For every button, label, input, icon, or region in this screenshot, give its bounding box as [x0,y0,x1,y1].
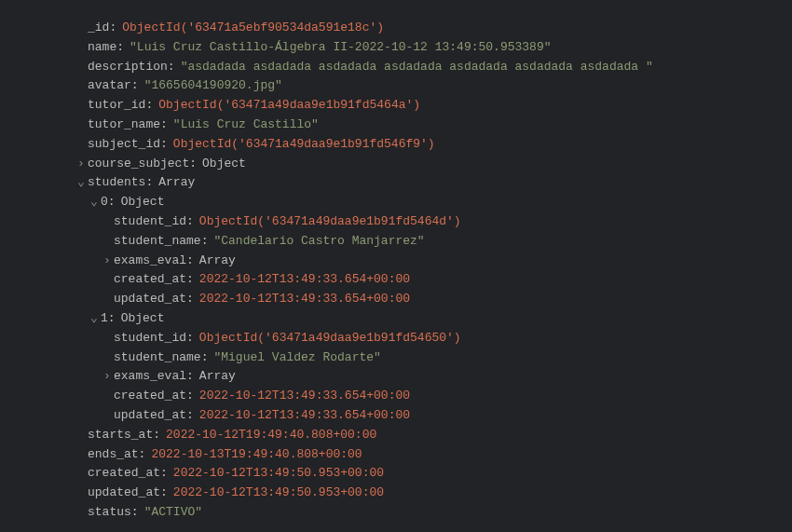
key-student-1-exams: exams_eval [114,367,199,387]
chevron-right-icon[interactable]: › [101,367,114,387]
chevron-down-icon[interactable]: ⌄ [75,173,88,193]
value-avatar: "1665604190920.jpg" [144,76,282,96]
field-student-0-id: student_id ObjectId('63471a49daa9e1b91fd… [56,212,792,232]
value-student-0-created: 2022-10-12T13:49:33.654+00:00 [199,270,410,290]
field-starts-at: starts_at 2022-10-12T19:49:40.808+00:00 [56,426,792,445]
value-id: ObjectId('63471a5ebf90534da591e18c') [122,19,384,38]
field-subject-id: subject_id ObjectId('63471a49daa9e1b91fd… [56,135,792,155]
key-id: _id [88,19,122,38]
key-student-0-created: created_at [114,270,199,290]
field-updated-at: updated_at 2022-10-12T13:49:50.953+00:00 [56,484,792,503]
value-status: "ACTIVO" [144,503,202,523]
field-name: name "Luis Cruz Castillo-Álgebra II-2022… [56,38,792,58]
key-student-0-id: student_id [114,212,199,232]
type-student-1-exams: Array [199,367,236,387]
field-student-1-updated: updated_at 2022-10-12T13:49:33.654+00:00 [56,406,792,426]
chevron-right-icon[interactable]: › [75,155,88,174]
field-student-1-id: student_id ObjectId('63471a49daa9e1b91fd… [56,329,792,348]
value-student-1-created: 2022-10-12T13:49:33.654+00:00 [199,387,410,406]
field-created-at: created_at 2022-10-12T13:49:50.953+00:00 [56,464,792,484]
value-starts-at: 2022-10-12T19:49:40.808+00:00 [166,426,376,445]
value-student-0-name: "Candelario Castro Manjarrez" [213,232,424,252]
value-tutor-name: "Luis Cruz Castillo" [173,116,319,135]
key-created-at: created_at [88,464,173,484]
type-student-0-exams: Array [199,252,236,271]
type-course-subject: Object [202,155,246,174]
field-student-0-created: created_at 2022-10-12T13:49:33.654+00:00 [56,270,792,290]
value-student-1-name: "Miguel Valdez Rodarte" [213,348,380,368]
key-name: name [88,38,130,58]
key-course-subject: course_subject [88,155,202,174]
key-student-0-exams: exams_eval [114,252,199,271]
key-starts-at: starts_at [88,426,166,445]
field-tutor-id: tutor_id ObjectId('63471a49daa9e1b91fd54… [56,96,792,116]
key-ends-at: ends_at [88,445,151,465]
key-tutor-name: tutor_name [88,116,173,135]
type-student-1: Object [121,309,165,329]
document-viewer: _id ObjectId('63471a5ebf90534da591e18c')… [56,19,792,523]
value-ends-at: 2022-10-13T19:49:40.808+00:00 [151,445,362,465]
chevron-down-icon[interactable]: ⌄ [88,309,101,329]
field-id: _id ObjectId('63471a5ebf90534da591e18c') [56,19,792,38]
student-0[interactable]: ⌄ 0 Object [56,193,792,212]
key-students: students [88,173,158,193]
key-subject-id: subject_id [88,135,173,155]
value-tutor-id: ObjectId('63471a49daa9e1b91fd5464a') [158,96,420,116]
key-student-0: 0 [101,193,121,212]
value-subject-id: ObjectId('63471a49daa9e1b91fd546f9') [173,135,435,155]
key-student-1-updated: updated_at [114,406,199,426]
field-ends-at: ends_at 2022-10-13T19:49:40.808+00:00 [56,445,792,465]
key-description: description [88,58,181,77]
field-tutor-name: tutor_name "Luis Cruz Castillo" [56,116,792,135]
key-student-1: 1 [101,309,121,329]
field-description: description "asdadada asdadada asdadada … [56,58,792,77]
value-student-1-updated: 2022-10-12T13:49:33.654+00:00 [199,406,410,426]
field-student-1-name: student_name "Miguel Valdez Rodarte" [56,348,792,368]
key-student-1-name: student_name [114,348,213,368]
value-updated-at: 2022-10-12T13:49:50.953+00:00 [173,484,384,503]
field-student-1-created: created_at 2022-10-12T13:49:33.654+00:00 [56,387,792,406]
field-student-0-name: student_name "Candelario Castro Manjarre… [56,232,792,252]
value-name: "Luis Cruz Castillo-Álgebra II-2022-10-1… [130,38,551,58]
key-status: status [88,503,144,523]
type-students: Array [158,173,195,193]
field-course-subject[interactable]: › course_subject Object [56,155,792,174]
key-student-0-name: student_name [114,232,213,252]
field-avatar: avatar "1665604190920.jpg" [56,76,792,96]
value-student-1-id: ObjectId('63471a49daa9e1b91fd54650') [199,329,461,348]
field-students[interactable]: ⌄ students Array [56,173,792,193]
key-avatar: avatar [88,76,144,96]
value-student-0-updated: 2022-10-12T13:49:33.654+00:00 [199,290,410,309]
value-description: "asdadada asdadada asdadada asdadada asd… [181,58,653,77]
student-1[interactable]: ⌄ 1 Object [56,309,792,329]
key-updated-at: updated_at [88,484,173,503]
chevron-down-icon[interactable]: ⌄ [88,193,101,212]
field-status: status "ACTIVO" [56,503,792,523]
value-created-at: 2022-10-12T13:49:50.953+00:00 [173,464,384,484]
field-student-0-updated: updated_at 2022-10-12T13:49:33.654+00:00 [56,290,792,309]
key-student-1-created: created_at [114,387,199,406]
chevron-right-icon[interactable]: › [101,252,114,271]
value-student-0-id: ObjectId('63471a49daa9e1b91fd5464d') [199,212,461,232]
key-student-1-id: student_id [114,329,199,348]
field-student-0-exams[interactable]: › exams_eval Array [56,252,792,271]
key-tutor-id: tutor_id [88,96,158,116]
key-student-0-updated: updated_at [114,290,199,309]
field-student-1-exams[interactable]: › exams_eval Array [56,367,792,387]
type-student-0: Object [121,193,165,212]
